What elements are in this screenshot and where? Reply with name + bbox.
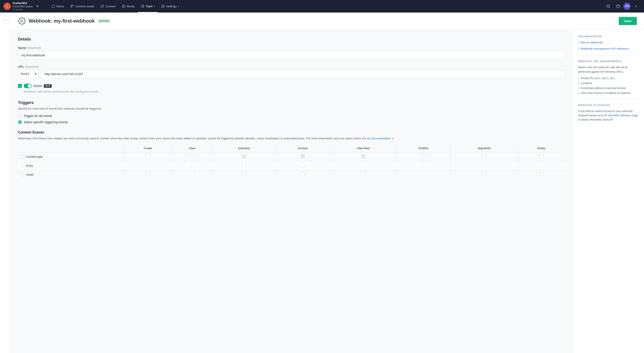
doc-main-section-title: DOCUMENTATION <box>578 35 639 38</box>
content-type-row-checkbox[interactable] <box>21 155 24 158</box>
url-row: POST GET PUT PATCH DELETE ▾ <box>18 70 565 78</box>
content-type-publish-cb[interactable] <box>422 155 426 158</box>
content-type-archive-cb <box>301 155 304 158</box>
table-row-entry: Entry <box>18 161 565 170</box>
table-header-archive: Archive <box>276 144 330 152</box>
new-badge: NEW <box>44 84 52 88</box>
nav-links: Home Content model Content Media Apps ▾ … <box>48 0 604 13</box>
content-type-delete-cb[interactable] <box>540 155 544 158</box>
entry-autosave-cb[interactable] <box>242 164 246 167</box>
entry-unarchive-cb[interactable] <box>362 164 365 167</box>
content-type-unarchive-cb <box>362 155 365 158</box>
content-events-description: Webhooks from these core entities are mo… <box>18 136 565 141</box>
entry-delete-cb[interactable] <box>540 164 544 167</box>
url-req-item-1: Private IPs (10.x, 192.x, etc.) <box>578 77 639 80</box>
hamburger-menu[interactable]: ≡ <box>36 4 39 9</box>
table-header-autosave: Autosave <box>212 144 276 152</box>
triggers-section-title: Triggers <box>18 100 565 105</box>
table-header-unpublish: Unpublish <box>450 144 518 152</box>
url-label: URL (required) <box>18 65 565 69</box>
nav-home[interactable]: Home <box>48 0 67 13</box>
active-checkbox[interactable]: ✓ <box>18 84 22 88</box>
trigger-specific-radio[interactable] <box>18 120 22 124</box>
details-section-title: Details <box>18 37 565 42</box>
help-button[interactable] <box>614 2 622 11</box>
entry-save-cb[interactable] <box>190 164 194 167</box>
asset-row-checkbox[interactable] <box>21 173 24 176</box>
asset-save-cb[interactable] <box>190 172 194 176</box>
method-select[interactable]: POST GET PUT PATCH DELETE ▾ <box>18 70 39 78</box>
nav-apps[interactable]: Apps ▾ <box>138 0 158 13</box>
active-switch[interactable] <box>24 84 32 88</box>
expand-button[interactable]: ▾ <box>632 2 640 11</box>
entry-publish-cb[interactable] <box>422 164 426 167</box>
url-requirements-title: WEBHOOK URL REQUIREMENTS <box>578 60 639 63</box>
asset-unpublish-cb[interactable] <box>482 172 486 176</box>
documentation-sidebar: DOCUMENTATION Intro to webhooks Webhook … <box>572 30 644 353</box>
entry-archive-cb[interactable] <box>301 164 304 167</box>
url-requirements-list: Private IPs (10.x, 192.x, etc.) Localhos… <box>578 77 639 95</box>
webhook-mgmt-link[interactable]: Webhook management API reference <box>578 47 639 51</box>
back-button[interactable]: ‹ <box>2 16 9 23</box>
table-header-create: Create <box>124 144 172 152</box>
url-req-item-3: Hostnames without a top-level domain <box>578 87 639 90</box>
svg-text:C: C <box>6 5 8 8</box>
content-type-autosave-cb <box>242 155 246 158</box>
url-field-group: URL (required) POST GET PUT PATCH DELETE <box>18 65 565 78</box>
apps-dropdown-arrow: ▾ <box>154 5 155 8</box>
table-row-asset: Asset <box>18 170 565 179</box>
svg-rect-3 <box>72 5 74 6</box>
trigger-specific-option[interactable]: Select specific triggering events <box>18 120 565 124</box>
ip-sources-body: If you need to restrict access to your w… <box>578 109 639 122</box>
logo-text: Contentful Contentful space ↺ master <box>12 1 33 11</box>
nav-settings[interactable]: Settings ▾ <box>158 0 182 13</box>
search-button[interactable] <box>604 2 613 11</box>
nav-content-model[interactable]: Content model <box>67 0 98 13</box>
nav-content[interactable]: Content <box>97 0 119 13</box>
main-content: Webhook: my-first-webhook ACTIVE Save De… <box>11 13 644 353</box>
svg-point-6 <box>123 6 123 6</box>
active-toggle-row: ✓ Active NEW <box>18 84 565 88</box>
trigger-all-option[interactable]: Trigger for all events <box>18 114 565 118</box>
asset-archive-cb[interactable] <box>301 172 304 176</box>
entry-unpublish-cb[interactable] <box>482 164 486 167</box>
svg-point-12 <box>21 20 23 22</box>
table-header-save: Save <box>172 144 212 152</box>
trigger-all-radio[interactable] <box>18 114 22 118</box>
active-toggle-group: ✓ Active NEW Webhook calls will be perfo… <box>18 84 565 93</box>
name-input[interactable] <box>18 51 565 60</box>
content-type-create-cb[interactable] <box>146 155 150 158</box>
asset-delete-cb[interactable] <box>540 172 544 176</box>
settings-dropdown-arrow: ▾ <box>178 5 179 8</box>
user-avatar[interactable]: AR <box>624 3 630 10</box>
webhook-icon <box>18 17 26 25</box>
method-dropdown[interactable]: POST GET PUT PATCH DELETE <box>21 72 34 76</box>
aws-reference-link[interactable]: visit AWS reference page <box>608 114 638 117</box>
logo-area: C Contentful Contentful space ↺ master ≡ <box>4 1 48 11</box>
entry-row-checkbox[interactable] <box>21 164 24 167</box>
content-events-title: Content Events <box>18 130 565 134</box>
documentation-link[interactable]: documentation <box>372 137 391 140</box>
logo-icon: C <box>4 3 11 10</box>
url-req-item-4: URLs that resolve to localhost or redire… <box>578 92 639 95</box>
url-input[interactable] <box>41 70 565 78</box>
asset-publish-cb[interactable] <box>422 172 426 176</box>
save-button[interactable]: Save <box>619 17 637 25</box>
entry-label: Entry <box>18 161 124 170</box>
svg-point-8 <box>607 5 609 8</box>
active-label: Active <box>34 84 42 88</box>
company-name: Contentful <box>12 1 33 5</box>
nav-media[interactable]: Media <box>119 0 138 13</box>
table-row-content-type: Content type <box>18 152 565 161</box>
content-type-unpublish-cb[interactable] <box>482 155 486 158</box>
asset-unarchive-cb[interactable] <box>362 172 365 176</box>
nav-right: AR ▾ <box>604 2 640 11</box>
content-type-label: Content type <box>18 152 124 161</box>
intro-webhooks-link[interactable]: Intro to webhooks <box>578 41 639 45</box>
entry-create-cb[interactable] <box>146 164 150 167</box>
content-type-save-cb[interactable] <box>190 155 194 158</box>
svg-line-9 <box>609 7 610 8</box>
asset-autosave-cb[interactable] <box>242 172 246 176</box>
asset-create-cb[interactable] <box>146 172 150 176</box>
table-header-unarchive: Unarchive <box>330 144 397 152</box>
